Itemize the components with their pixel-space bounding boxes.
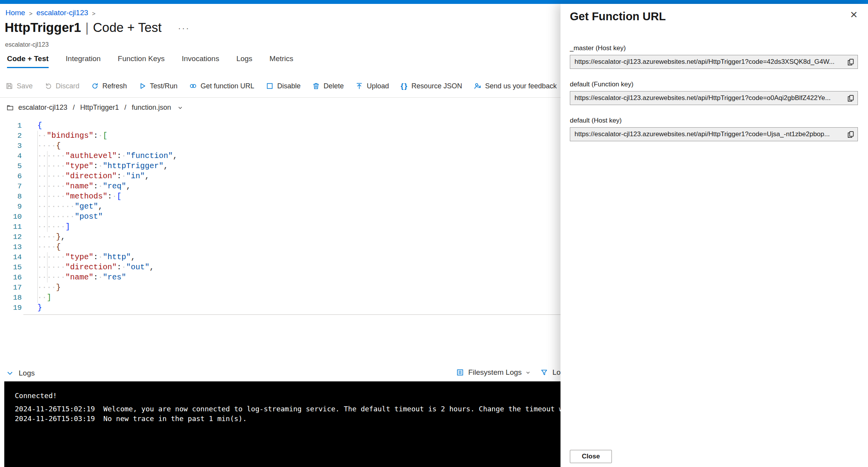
tab-function-keys[interactable]: Function Keys	[118, 54, 165, 68]
close-icon[interactable]: ×	[850, 7, 857, 22]
url-value: https://escalator-cjl123.azurewebsites.n…	[575, 130, 830, 138]
url-input-default-host-key[interactable]: https://escalator-cjl123.azurewebsites.n…	[570, 127, 858, 141]
url-input-master-host-key[interactable]: https://escalator-cjl123.azurewebsites.n…	[570, 55, 858, 69]
log-filter-dropdown[interactable]: Log	[552, 368, 561, 377]
toolbar-discard-button[interactable]: Discard	[44, 82, 79, 90]
line-number: 4	[0, 151, 22, 161]
toolbar-divider	[0, 97, 561, 98]
toolbar-save-button[interactable]: Save	[5, 82, 33, 90]
line-number: 18	[0, 293, 22, 303]
url-value: https://escalator-cjl123.azurewebsites.n…	[575, 58, 835, 66]
line-number: 1	[0, 121, 22, 131]
toolbar: SaveDiscardRefreshTest/RunGet function U…	[5, 79, 557, 93]
code-line: 9········"get",	[0, 202, 561, 212]
file-path-dropdown[interactable]: escalator-cjl123 / HttpTrigger1 / functi…	[6, 104, 183, 112]
tab-invocations[interactable]: Invocations	[182, 54, 219, 68]
line-number: 2	[0, 131, 22, 141]
function-url-field-default-function-key: default (Function key)https://escalator-…	[570, 81, 858, 105]
code-text: ······"direction":·"out",	[22, 262, 154, 272]
code-line: 10········"post"	[0, 212, 561, 222]
breadcrumb-link-home[interactable]: Home	[5, 9, 25, 17]
azure-top-bar	[0, 0, 868, 4]
line-number: 7	[0, 181, 22, 191]
code-line: 4······"authLevel":·"function",	[0, 151, 561, 161]
code-line: 16······"name":·"res"	[0, 272, 561, 283]
indent-guide	[47, 252, 47, 283]
line-number: 11	[0, 222, 22, 232]
breadcrumb: Home>escalator-cjl123>	[5, 9, 95, 17]
toolbar-test-run-button[interactable]: Test/Run	[139, 82, 177, 90]
code-line: 7······"name":·"req",	[0, 181, 561, 191]
toolbar-send-us-your-feedback-button[interactable]: Send us your feedback	[474, 82, 557, 90]
field-label: default (Host key)	[570, 117, 858, 125]
code-text: ········"post"	[22, 212, 103, 222]
copy-icon[interactable]	[847, 130, 855, 139]
tab-metrics[interactable]: Metrics	[269, 54, 293, 68]
filesystem-logs-dropdown[interactable]: Filesystem Logs	[468, 368, 522, 377]
toolbar-resource-json-button[interactable]: {}Resource JSON	[401, 82, 462, 90]
toolbar-button-label: Disable	[277, 82, 300, 90]
page-title: HttpTrigger1|Code + Test	[5, 20, 162, 35]
braces-icon: {}	[401, 82, 408, 90]
chevron-down-icon[interactable]	[525, 370, 531, 376]
function-url-field-master-host-key: _master (Host key)https://escalator-cjl1…	[570, 44, 858, 69]
toolbar-button-label: Delete	[323, 82, 344, 90]
chevron-down-icon[interactable]	[177, 105, 183, 111]
tab-integration[interactable]: Integration	[66, 54, 101, 68]
breadcrumb-link-escalator-cjl123[interactable]: escalator-cjl123	[36, 9, 88, 17]
code-text: {	[22, 121, 42, 131]
code-text: ······"direction":·"in",	[22, 171, 149, 181]
url-input-default-function-key[interactable]: https://escalator-cjl123.azurewebsites.n…	[570, 91, 858, 105]
toolbar-button-label: Test/Run	[150, 82, 177, 90]
get-function-url-panel: Get Function URL × _master (Host key)htt…	[561, 4, 868, 467]
disable-icon	[266, 82, 274, 90]
code-line: 8······"methods":·[	[0, 191, 561, 202]
delete-icon	[312, 82, 320, 90]
page-subtitle: escalator-cjl123	[5, 41, 49, 48]
upload-icon	[355, 82, 363, 90]
line-number: 8	[0, 191, 22, 202]
tab-logs[interactable]: Logs	[236, 54, 252, 68]
tab-bar: Code + TestIntegrationFunction KeysInvoc…	[7, 54, 293, 68]
close-button[interactable]: Close	[570, 450, 612, 463]
discard-icon	[44, 82, 52, 90]
line-number: 9	[0, 202, 22, 212]
logs-toggle-label: Logs	[19, 369, 35, 377]
toolbar-upload-button[interactable]: Upload	[355, 82, 389, 90]
field-label: _master (Host key)	[570, 44, 858, 52]
toolbar-get-function-url-button[interactable]: Get function URL	[189, 82, 254, 90]
page-title-separator: |	[85, 20, 89, 35]
code-line: 19}	[0, 303, 561, 313]
tab-code-test[interactable]: Code + Test	[7, 54, 49, 68]
copy-icon[interactable]	[847, 58, 855, 66]
code-text: ········"get",	[22, 202, 103, 212]
code-line: 3····{	[0, 141, 561, 151]
code-line: 13····{	[0, 242, 561, 252]
code-text: ······"name":·"req",	[22, 181, 131, 191]
line-number: 5	[0, 161, 22, 171]
code-text: ····},	[22, 232, 65, 242]
code-text: ······]	[22, 222, 70, 232]
code-editor[interactable]: 1{2··"bindings":·[3····{4······"authLeve…	[0, 121, 561, 315]
code-line: 14······"type":·"http",	[0, 252, 561, 262]
copy-icon[interactable]	[847, 94, 855, 102]
title-row: HttpTrigger1|Code + Test ···	[5, 20, 190, 35]
code-text: ····{	[22, 242, 61, 252]
line-number: 19	[0, 303, 22, 313]
file-path-separator: /	[73, 104, 75, 112]
toolbar-delete-button[interactable]: Delete	[312, 82, 344, 90]
more-menu-button[interactable]: ···	[178, 24, 190, 33]
filter-icon[interactable]	[540, 369, 548, 376]
logs-toggle[interactable]: Logs	[6, 369, 35, 377]
toolbar-disable-button[interactable]: Disable	[266, 82, 300, 90]
line-number: 10	[0, 212, 22, 222]
play-icon	[139, 82, 146, 90]
line-number: 14	[0, 252, 22, 262]
page-title-view-name: Code + Test	[93, 20, 162, 35]
chevron-down-icon	[6, 370, 14, 377]
link-icon	[189, 82, 197, 90]
main-content: Home>escalator-cjl123> HttpTrigger1|Code…	[0, 4, 561, 467]
line-number: 3	[0, 141, 22, 151]
toolbar-refresh-button[interactable]: Refresh	[91, 82, 127, 90]
line-number: 15	[0, 262, 22, 272]
